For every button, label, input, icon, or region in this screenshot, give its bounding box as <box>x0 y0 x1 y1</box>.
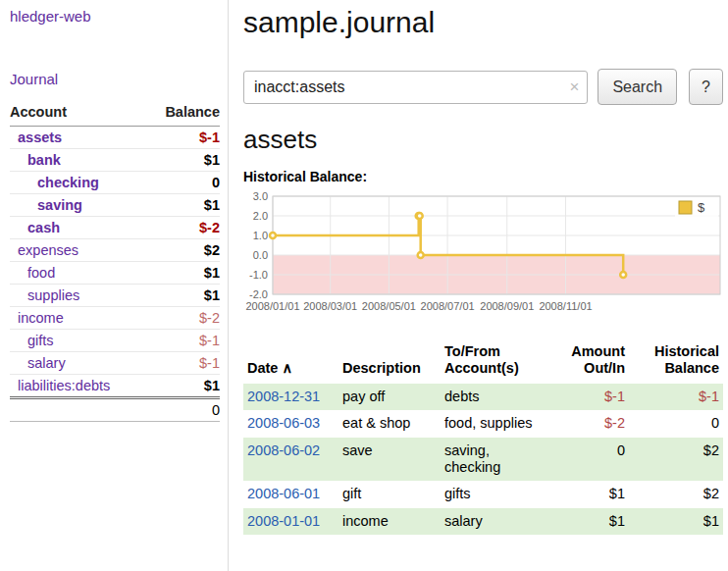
register-row: 2008-01-01 income salary $1 $1 <box>243 508 723 535</box>
account-balance: $1 <box>146 149 220 172</box>
svg-text:$: $ <box>698 200 705 215</box>
transaction-amount: $1 <box>550 508 629 535</box>
account-balance: 0 <box>146 172 220 194</box>
register-row: 2008-12-31 pay off debts $-1 $-1 <box>243 384 723 410</box>
transaction-accounts: debts <box>441 384 550 410</box>
register-col-amount: Amount Out/In <box>550 336 629 384</box>
account-link-supplies[interactable]: supplies <box>27 287 79 303</box>
page-title: sample.journal <box>243 6 723 39</box>
transaction-accounts: saving, checking <box>441 438 550 482</box>
transaction-date-link[interactable]: 2008-06-01 <box>247 486 320 501</box>
transaction-balance: $2 <box>629 481 723 507</box>
account-balance: $1 <box>146 262 220 285</box>
transaction-description: pay off <box>338 384 441 410</box>
register-col-date[interactable]: Date∧ <box>243 336 338 384</box>
account-balance: $1 <box>146 285 220 307</box>
account-row: bank $1 <box>10 149 220 172</box>
account-link-expenses[interactable]: expenses <box>18 242 78 258</box>
transaction-date-link[interactable]: 2008-06-03 <box>247 415 320 431</box>
account-row: supplies $1 <box>10 285 220 307</box>
account-link-food[interactable]: food <box>27 265 55 281</box>
chart-title: Historical Balance: <box>243 169 723 184</box>
transaction-accounts: food, supplies <box>441 410 550 437</box>
account-link-cash[interactable]: cash <box>27 220 60 235</box>
clear-search-icon[interactable]: × <box>569 78 579 97</box>
accounts-table: Account Balance assets $-1 bank $1 check… <box>10 101 220 422</box>
svg-text:3.0: 3.0 <box>253 190 268 202</box>
main-content: sample.journal × Search ? assets Histori… <box>230 0 728 571</box>
account-balance: $1 <box>146 375 220 398</box>
transaction-amount: 0 <box>550 438 629 482</box>
svg-text:2008/11/01: 2008/11/01 <box>539 300 592 312</box>
account-balance: $1 <box>146 194 220 217</box>
svg-text:-2.0: -2.0 <box>249 288 268 300</box>
transaction-description: income <box>338 508 441 535</box>
account-link-assets[interactable]: assets <box>18 130 62 145</box>
accounts-col-balance: Balance <box>146 101 220 127</box>
sort-asc-icon: ∧ <box>282 360 292 376</box>
account-row: assets $-1 <box>10 127 220 149</box>
transaction-accounts: gifts <box>441 481 550 507</box>
transaction-amount: $-2 <box>550 410 629 437</box>
help-button[interactable]: ? <box>689 69 723 105</box>
account-link-saving[interactable]: saving <box>37 197 82 213</box>
register-col-date-label: Date <box>247 360 278 376</box>
register-col-tofrom: To/From Account(s) <box>441 336 550 384</box>
transaction-description: gift <box>338 481 441 507</box>
register-table: Date∧ Description To/From Account(s) Amo… <box>243 336 723 535</box>
transaction-date-link[interactable]: 2008-12-31 <box>247 389 320 404</box>
account-link-income[interactable]: income <box>18 310 64 326</box>
account-row: salary $-1 <box>10 352 220 375</box>
svg-text:-1.0: -1.0 <box>249 269 268 281</box>
transaction-balance: $-1 <box>629 384 723 410</box>
transaction-balance: $2 <box>629 438 723 482</box>
account-row: expenses $2 <box>10 239 220 262</box>
transaction-accounts: salary <box>441 508 550 535</box>
transaction-amount: $-1 <box>550 384 629 410</box>
account-row: liabilities:debts $1 <box>10 375 220 398</box>
register-row: 2008-06-03 eat & shop food, supplies $-2… <box>243 410 723 437</box>
account-row: saving $1 <box>10 194 220 217</box>
account-row: gifts $-1 <box>10 330 220 352</box>
account-row: income $-2 <box>10 307 220 330</box>
account-balance: $-2 <box>146 307 220 330</box>
accounts-total: 0 <box>146 398 220 422</box>
account-balance: $-1 <box>146 352 220 375</box>
register-row: 2008-06-02 save saving, checking 0 $2 <box>243 438 723 482</box>
transaction-date-link[interactable]: 2008-01-01 <box>247 513 320 529</box>
svg-text:2008/03/01: 2008/03/01 <box>303 300 357 312</box>
svg-text:1.0: 1.0 <box>253 230 268 241</box>
search-bar: × Search ? <box>243 69 723 105</box>
svg-text:2008/05/01: 2008/05/01 <box>362 300 416 312</box>
account-link-salary[interactable]: salary <box>27 355 66 371</box>
account-row: cash $-2 <box>10 217 220 239</box>
register-col-balance: Historical Balance <box>629 336 723 384</box>
account-balance: $2 <box>146 239 220 262</box>
account-row: checking 0 <box>10 172 220 194</box>
accounts-col-account: Account <box>10 101 146 127</box>
app-title-link[interactable]: hledger-web <box>10 8 220 25</box>
transaction-description: save <box>338 438 441 482</box>
svg-text:2008/09/01: 2008/09/01 <box>480 300 534 312</box>
account-row: food $1 <box>10 262 220 285</box>
accounts-total-row: 0 <box>10 398 220 422</box>
account-heading: assets <box>243 125 723 155</box>
account-link-gifts[interactable]: gifts <box>27 333 54 348</box>
account-link-checking[interactable]: checking <box>37 175 99 190</box>
account-link-bank[interactable]: bank <box>27 152 61 168</box>
hledger-web-app: hledger-web Journal Account Balance asse… <box>0 0 728 571</box>
sidebar-item-journal[interactable]: Journal <box>10 71 220 87</box>
transaction-amount: $1 <box>550 481 629 507</box>
svg-text:2.0: 2.0 <box>253 210 268 222</box>
search-button[interactable]: Search <box>598 69 677 105</box>
search-input-wrap: × <box>243 71 588 104</box>
svg-text:2008/01/01: 2008/01/01 <box>245 300 299 312</box>
register-col-description: Description <box>338 336 441 384</box>
svg-text:0.0: 0.0 <box>253 249 268 261</box>
account-balance: $-1 <box>146 330 220 352</box>
search-input[interactable] <box>243 71 588 104</box>
historical-balance-chart: $3.02.01.00.0-1.0-2.02008/01/012008/03/0… <box>243 190 723 320</box>
account-link-liabilities-debts[interactable]: liabilities:debts <box>18 378 110 393</box>
transaction-balance: $1 <box>629 508 723 535</box>
transaction-date-link[interactable]: 2008-06-02 <box>247 442 320 458</box>
